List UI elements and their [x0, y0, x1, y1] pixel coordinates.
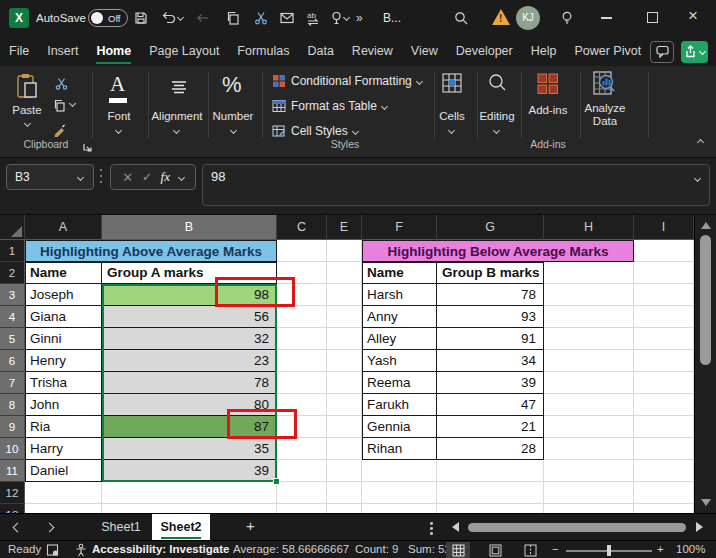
ribbon-tab-home[interactable]: Home [87, 37, 140, 66]
cell-H9[interactable] [544, 416, 634, 438]
cell-G4[interactable]: 93 [437, 306, 544, 328]
cell-C7[interactable] [277, 372, 327, 394]
cell-H3[interactable] [544, 284, 634, 306]
more-commands-icon[interactable]: » [356, 11, 363, 25]
column-header-H[interactable]: H [544, 215, 634, 240]
sheet-options-icon[interactable] [430, 522, 433, 525]
cell-F8[interactable]: Farukh [362, 394, 437, 416]
ribbon-tab-formulas[interactable]: Formulas [228, 37, 298, 66]
row-header-4[interactable]: 4 [0, 306, 25, 328]
lightbulb-button[interactable] [556, 7, 578, 29]
cell-I5[interactable] [634, 328, 694, 350]
cell-E4[interactable] [327, 306, 362, 328]
cell-E2[interactable] [327, 262, 362, 284]
cell-I2[interactable] [634, 262, 694, 284]
cell-C10[interactable] [277, 438, 327, 460]
cell-F7[interactable]: Reema [362, 372, 437, 394]
cell-styles-button[interactable]: Cell Styles [272, 124, 358, 138]
ribbon-tab-power-pivot[interactable]: Power Pivot [565, 37, 650, 66]
cell-A6[interactable]: Henry [25, 350, 102, 372]
formula-bar-expand-icon[interactable] [694, 175, 701, 182]
cell-H5[interactable] [544, 328, 634, 350]
cell-G2[interactable]: Group B marks [437, 262, 544, 284]
merged-title-above[interactable]: Highlighting Above Average Marks [25, 240, 277, 262]
cell-I4[interactable] [634, 306, 694, 328]
cut-button[interactable] [250, 7, 272, 29]
maximize-button[interactable] [647, 12, 658, 23]
row-header-1[interactable]: 1 [0, 240, 25, 262]
share-button[interactable] [681, 41, 708, 63]
cell-E9[interactable] [327, 416, 362, 438]
editing-chevron-icon[interactable] [493, 127, 500, 134]
alignment-chevron-icon[interactable] [173, 127, 180, 134]
vertical-scrollbar[interactable] [694, 215, 716, 513]
row-header-5[interactable]: 5 [0, 328, 25, 350]
clipboard-dialog-launcher[interactable] [76, 136, 98, 158]
warning-icon[interactable]: ! [492, 9, 510, 25]
find-replace-button[interactable]: ab [302, 7, 324, 29]
format-painter-button[interactable] [48, 118, 70, 140]
zoom-out-button[interactable]: − [552, 543, 559, 555]
cell-C6[interactable] [277, 350, 327, 372]
cell-F9[interactable]: Gennia [362, 416, 437, 438]
cell-A9[interactable]: Ria [25, 416, 102, 438]
selection-fill-handle[interactable] [273, 478, 280, 485]
cells-chevron-icon[interactable] [448, 127, 455, 134]
cell-A12[interactable] [25, 482, 102, 504]
cell-B12[interactable] [102, 482, 277, 504]
page-break-view-button[interactable] [518, 542, 542, 558]
number-group-button[interactable]: Number [206, 110, 260, 122]
cell-A8[interactable]: John [25, 394, 102, 416]
cell-C2[interactable] [277, 262, 327, 284]
cell-B10[interactable]: 35 [102, 438, 277, 460]
cell-C12[interactable] [277, 482, 327, 504]
cell-F6[interactable]: Yash [362, 350, 437, 372]
paste-button[interactable] [14, 72, 40, 104]
vertical-scroll-thumb[interactable] [700, 235, 711, 365]
search-button[interactable] [450, 7, 472, 29]
cell-H12[interactable] [544, 482, 634, 504]
cell-I11[interactable] [634, 460, 694, 482]
cell-I13[interactable] [634, 504, 694, 513]
cell-E13[interactable] [327, 504, 362, 513]
cell-G9[interactable]: 21 [437, 416, 544, 438]
cell-G5[interactable]: 91 [437, 328, 544, 350]
ribbon-tab-file[interactable]: File [0, 37, 38, 66]
cell-C3[interactable] [277, 284, 327, 306]
cell-G3[interactable]: 78 [437, 284, 544, 306]
new-sheet-button[interactable]: + [246, 517, 255, 534]
cell-I3[interactable] [634, 284, 694, 306]
cell-B6[interactable]: 23 [102, 350, 277, 372]
merged-title-below[interactable]: Highlighting Below Average Marks [362, 240, 634, 262]
cell-I6[interactable] [634, 350, 694, 372]
save-button[interactable] [130, 7, 152, 29]
format-as-table-button[interactable]: Format as Table [272, 99, 387, 113]
cell-B5[interactable]: 32 [102, 328, 277, 350]
cell-I7[interactable] [634, 372, 694, 394]
column-header-G[interactable]: G [437, 215, 544, 240]
column-header-B[interactable]: B [102, 215, 277, 240]
cell-B8[interactable]: 80 [102, 394, 277, 416]
cell-B3[interactable]: 98 [102, 284, 277, 306]
add-ins-button[interactable]: Add-ins [523, 104, 573, 116]
cell-A4[interactable]: Giana [25, 306, 102, 328]
copy-button[interactable] [222, 7, 244, 29]
zoom-slider-thumb[interactable] [607, 545, 611, 556]
autosave-toggle[interactable]: Off [88, 9, 128, 27]
cell-H4[interactable] [544, 306, 634, 328]
cell-F5[interactable]: Alley [362, 328, 437, 350]
cell-H7[interactable] [544, 372, 634, 394]
font-group-button[interactable]: Font [94, 110, 144, 122]
cell-H8[interactable] [544, 394, 634, 416]
column-header-C[interactable]: C [277, 215, 327, 240]
cell-I1[interactable] [634, 240, 694, 262]
cell-F4[interactable]: Anny [362, 306, 437, 328]
horizontal-scroll-thumb[interactable] [468, 523, 686, 532]
cell-F3[interactable]: Harsh [362, 284, 437, 306]
cell-A5[interactable]: Ginni [25, 328, 102, 350]
cell-C11[interactable] [277, 460, 327, 482]
cell-A2[interactable]: Name [25, 262, 102, 284]
cell-B4[interactable]: 56 [102, 306, 277, 328]
cell-E1[interactable] [327, 240, 362, 262]
ribbon-tab-developer[interactable]: Developer [447, 37, 522, 66]
